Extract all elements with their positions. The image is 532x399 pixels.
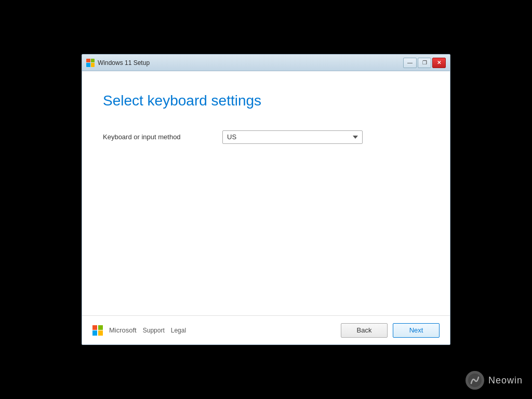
desktop: Windows 11 Setup — ❐ ✕ Select keyboard s… — [0, 0, 532, 399]
neowin-label: Neowin — [488, 375, 523, 386]
footer-left: Microsoft Support Legal — [92, 325, 186, 336]
content-area: Select keyboard settings Keyboard or inp… — [82, 71, 450, 315]
setup-window: Windows 11 Setup — ❐ ✕ Select keyboard s… — [82, 54, 450, 345]
support-link[interactable]: Support — [143, 327, 165, 334]
window-controls: — ❐ ✕ — [403, 58, 446, 68]
microsoft-logo-icon — [92, 325, 103, 336]
restore-button[interactable]: ❐ — [418, 58, 431, 68]
keyboard-label: Keyboard or input method — [103, 133, 207, 141]
neowin-logo-icon — [466, 371, 484, 390]
footer-right: Back Next — [341, 323, 440, 338]
back-button[interactable]: Back — [341, 323, 388, 338]
legal-link[interactable]: Legal — [171, 327, 186, 334]
window-title: Windows 11 Setup — [98, 59, 400, 66]
titlebar-icon — [86, 59, 95, 67]
minimize-button[interactable]: — — [403, 58, 417, 68]
windows-flag-icon — [86, 59, 95, 67]
microsoft-brand: Microsoft — [109, 326, 137, 334]
keyboard-select[interactable]: US United Kingdom German French Spanish … — [222, 130, 363, 144]
neowin-watermark: Neowin — [466, 371, 523, 390]
close-button[interactable]: ✕ — [432, 58, 446, 68]
titlebar: Windows 11 Setup — ❐ ✕ — [82, 55, 450, 71]
page-title: Select keyboard settings — [103, 92, 429, 110]
footer: Microsoft Support Legal Back Next — [82, 315, 450, 344]
next-button[interactable]: Next — [393, 323, 440, 338]
keyboard-form-row: Keyboard or input method US United Kingd… — [103, 130, 429, 144]
